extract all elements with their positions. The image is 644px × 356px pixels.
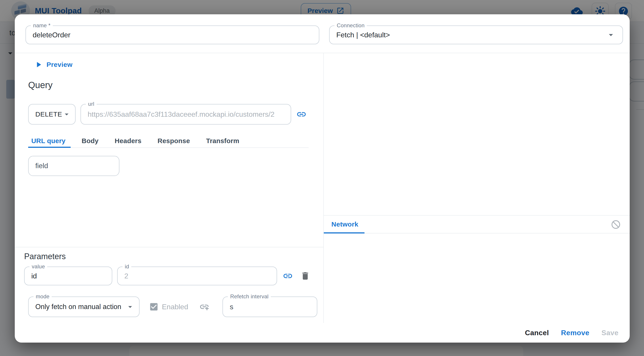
query-editor-dialog: name * deleteOrder Connection Fetch | <d… [15, 14, 630, 342]
param-name-value: id [31, 272, 37, 280]
param-value-label: id [122, 264, 131, 270]
link-icon [283, 271, 293, 281]
http-method-value: DELETE [35, 110, 62, 118]
connection-select[interactable]: Connection Fetch | <default> [329, 26, 623, 44]
dialog-actions: Cancel Remove Save [15, 323, 630, 342]
url-query-field-value: field [35, 162, 48, 170]
refetch-interval-value: s [230, 303, 233, 311]
name-field[interactable]: name * deleteOrder [26, 26, 319, 44]
add-link-icon [199, 302, 210, 312]
refetch-interval-label: Refetch interval [228, 294, 271, 300]
screen: MUI Toolpad Alpha Preview [0, 0, 644, 356]
cancel-button[interactable]: Cancel [520, 329, 554, 337]
remove-button[interactable]: Remove [556, 329, 594, 337]
parameters-heading: Parameters [24, 252, 323, 261]
tab-url-query[interactable]: URL query [28, 134, 74, 147]
preview-panel: Network [324, 53, 630, 323]
url-input-placeholder: https://635aaf68aa7c3f113daceeef.mockapi… [88, 110, 274, 118]
name-field-value: deleteOrder [33, 31, 70, 39]
enabled-checkbox-label: Enabled [162, 303, 188, 311]
url-input[interactable]: url https://635aaf68aa7c3f113daceeef.moc… [80, 104, 291, 124]
tab-headers[interactable]: Headers [107, 134, 150, 147]
run-preview-label: Preview [46, 61, 72, 68]
param-value-input[interactable]: id 2 [117, 266, 277, 285]
query-pane: Preview Query DELETE url https://635aaf6… [15, 53, 323, 247]
param-name-input[interactable]: value id [24, 266, 112, 285]
tab-body[interactable]: Body [74, 134, 107, 147]
refetch-interval-input[interactable]: Refetch interval s [222, 296, 317, 317]
query-tabs: URL query Body Headers Response Transfor… [28, 134, 308, 148]
parameters-section: Parameters value id id 2 [15, 247, 323, 323]
checkbox-checked-icon [149, 302, 159, 312]
query-preview-area [324, 53, 630, 215]
clear-network-log-button[interactable] [609, 217, 623, 232]
url-query-field-input[interactable]: field [28, 156, 120, 176]
tab-network[interactable]: Network [324, 220, 358, 228]
query-editor-panel: Preview Query DELETE url https://635aaf6… [15, 53, 324, 323]
network-tabbar: Network [324, 215, 630, 234]
bind-url-button[interactable] [294, 107, 308, 122]
dialog-header: name * deleteOrder Connection Fetch | <d… [15, 14, 630, 53]
mode-select-value: Only fetch on manual action [35, 303, 121, 311]
mode-select-label: mode [34, 294, 52, 300]
param-name-label: value [30, 264, 47, 270]
network-tab-indicator [324, 232, 364, 234]
trash-icon [300, 271, 310, 281]
bind-parameter-button[interactable] [281, 269, 295, 283]
url-input-label: url [86, 101, 96, 107]
save-button[interactable]: Save [596, 329, 624, 337]
dialog-body: Preview Query DELETE url https://635aaf6… [15, 53, 630, 323]
param-value-placeholder: 2 [124, 272, 128, 280]
run-preview-button[interactable]: Preview [34, 60, 308, 70]
tab-transform[interactable]: Transform [198, 134, 248, 147]
play-arrow-icon [34, 60, 43, 69]
mode-select[interactable]: mode Only fetch on manual action [28, 296, 140, 317]
query-heading: Query [28, 80, 308, 90]
enabled-checkbox[interactable] [149, 302, 159, 312]
bind-enabled-button[interactable] [199, 302, 210, 312]
tab-response[interactable]: Response [150, 134, 198, 147]
parameter-row: value id id 2 [24, 266, 323, 285]
dropdown-arrow-icon [126, 302, 134, 311]
connection-select-value: Fetch | <default> [336, 31, 390, 39]
network-log-area [324, 234, 630, 323]
active-tab-indicator [28, 147, 71, 148]
http-method-select[interactable]: DELETE [28, 104, 76, 124]
delete-parameter-button[interactable] [298, 269, 312, 283]
dropdown-arrow-icon [606, 30, 616, 40]
connection-select-label: Connection [334, 22, 367, 28]
block-icon [611, 219, 621, 230]
dropdown-arrow-icon [62, 110, 71, 119]
name-field-label: name * [31, 22, 53, 28]
query-settings-row: mode Only fetch on manual action Enabled [28, 296, 323, 317]
link-icon [296, 109, 306, 120]
method-row: DELETE url https://635aaf68aa7c3f113dace… [28, 104, 308, 124]
